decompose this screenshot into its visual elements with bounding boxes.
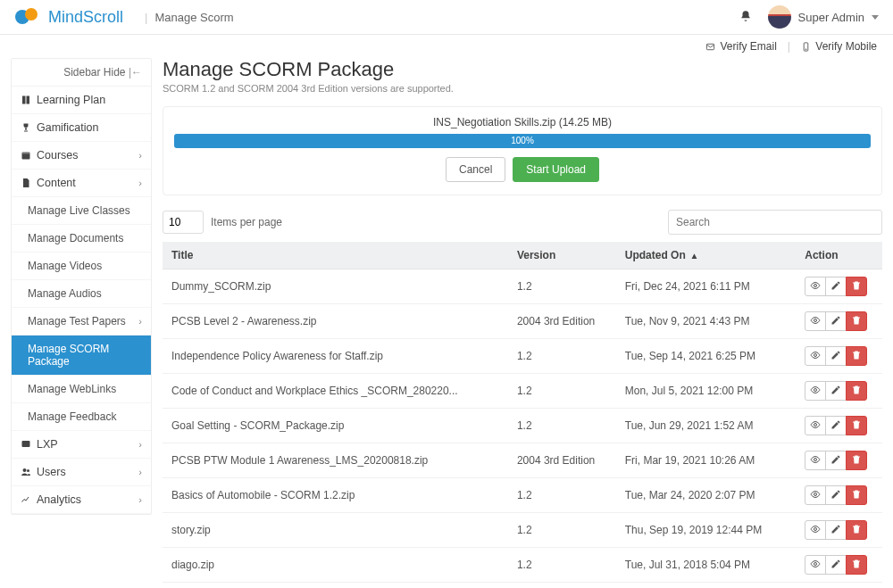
eye-icon	[810, 559, 821, 571]
svg-point-17	[814, 528, 817, 531]
trash-icon	[851, 280, 862, 293]
eye-icon	[810, 489, 821, 501]
view-button[interactable]	[805, 520, 826, 540]
sidebar-item-lxp[interactable]: LXP›	[12, 431, 151, 459]
sidebar: Sidebar Hide |← Learning PlanGamificatio…	[11, 58, 152, 515]
items-per-page-input[interactable]	[163, 211, 204, 234]
svg-point-8	[23, 468, 27, 472]
delete-button[interactable]	[846, 311, 867, 331]
delete-button[interactable]	[846, 555, 867, 575]
trash-icon	[851, 524, 862, 536]
cell-title: PCSB Level 2 - Awareness.zip	[163, 304, 508, 339]
sidebar-subitem-manage-feedback[interactable]: Manage Feedback	[12, 403, 151, 431]
cell-actions	[796, 443, 882, 478]
edit-button[interactable]	[825, 346, 847, 366]
cancel-upload-button[interactable]: Cancel	[446, 157, 505, 182]
edit-button[interactable]	[825, 520, 847, 540]
edit-button[interactable]	[825, 451, 847, 470]
avatar	[768, 5, 791, 29]
table-row: PCSB PTW Module 1 Awareness_LMS_20200818…	[163, 443, 882, 478]
svg-point-1	[25, 8, 38, 21]
edit-button[interactable]	[825, 485, 847, 505]
upload-file-label: INS_Negotiation Skills.zip (14.25 MB)	[174, 116, 871, 128]
calendar-icon	[21, 150, 31, 161]
view-button[interactable]	[805, 311, 826, 331]
eye-icon	[810, 350, 821, 362]
sidebar-item-analytics[interactable]: Analytics›	[12, 486, 151, 514]
file-icon	[21, 178, 31, 188]
upload-panel: INS_Negotiation Skills.zip (14.25 MB) 10…	[163, 106, 882, 195]
view-button[interactable]	[805, 416, 826, 435]
edit-button[interactable]	[825, 311, 847, 331]
pencil-icon	[830, 489, 841, 501]
sidebar-subitem-manage-test-papers[interactable]: Manage Test Papers›	[12, 308, 151, 335]
verify-mobile-link[interactable]: Verify Mobile	[801, 40, 877, 53]
cell-updated: Tue, Mar 24, 2020 2:07 PM	[616, 478, 797, 513]
cell-version: 1.2	[508, 339, 616, 374]
svg-point-9	[27, 469, 29, 472]
cell-title: Independence Policy Awareness for Staff.…	[163, 339, 508, 374]
cell-actions	[796, 409, 882, 443]
view-button[interactable]	[805, 381, 826, 401]
cell-title: PCSB PTW Module 1 Awareness_LMS_20200818…	[163, 443, 508, 478]
sidebar-item-learning-plan[interactable]: Learning Plan	[12, 87, 151, 114]
view-button[interactable]	[805, 346, 826, 366]
edit-button[interactable]	[825, 555, 847, 575]
svg-point-15	[814, 459, 817, 461]
verify-bar: Verify Email | Verify Mobile	[0, 35, 893, 58]
trash-icon	[851, 315, 862, 327]
sidebar-item-users[interactable]: Users›	[12, 459, 151, 486]
view-button[interactable]	[805, 555, 826, 575]
delete-button[interactable]	[846, 346, 867, 366]
sidebar-item-courses[interactable]: Courses›	[12, 142, 151, 170]
svg-point-4	[805, 49, 806, 50]
brand-logo[interactable]: MindScroll	[14, 7, 123, 27]
pencil-icon	[830, 280, 841, 293]
sidebar-hide-toggle[interactable]: Sidebar Hide |←	[12, 59, 151, 87]
view-button[interactable]	[805, 451, 826, 470]
verify-email-link[interactable]: Verify Email	[705, 40, 777, 53]
cell-actions	[796, 304, 882, 339]
sidebar-subitem-manage-audios[interactable]: Manage Audios	[12, 280, 151, 308]
user-menu[interactable]: Super Admin	[768, 5, 879, 29]
trash-icon	[851, 454, 862, 467]
svg-point-18	[814, 563, 817, 566]
sidebar-item-gamification[interactable]: Gamification	[12, 114, 151, 142]
table-row: Basics of Automobile - SCORM 1.2.zip1.2T…	[163, 478, 882, 513]
view-button[interactable]	[805, 277, 826, 296]
table-row: story.zip1.2Thu, Sep 19, 2019 12:44 PM	[163, 513, 882, 548]
view-button[interactable]	[805, 485, 826, 505]
bell-icon[interactable]	[739, 10, 752, 25]
edit-button[interactable]	[825, 277, 847, 296]
pencil-icon	[830, 524, 841, 536]
col-updated[interactable]: Updated On ▲	[616, 242, 797, 269]
col-version[interactable]: Version	[508, 242, 616, 269]
delete-button[interactable]	[846, 485, 867, 505]
main-content: Manage SCORM Package SCORM 1.2 and SCORM…	[163, 58, 882, 588]
table-row: diago.zip1.2Tue, Jul 31, 2018 5:04 PM	[163, 548, 882, 583]
items-per-page-label: Items per page	[211, 216, 282, 228]
svg-point-13	[814, 389, 817, 392]
sidebar-subitem-manage-videos[interactable]: Manage Videos	[12, 253, 151, 280]
edit-button[interactable]	[825, 381, 847, 401]
delete-button[interactable]	[846, 277, 867, 296]
trash-icon	[851, 489, 862, 501]
edit-button[interactable]	[825, 416, 847, 435]
col-title[interactable]: Title	[163, 242, 508, 269]
sidebar-subitem-manage-documents[interactable]: Manage Documents	[12, 225, 151, 253]
sidebar-subitem-manage-weblinks[interactable]: Manage WebLinks	[12, 376, 151, 403]
delete-button[interactable]	[846, 416, 867, 435]
cell-actions	[796, 339, 882, 374]
delete-button[interactable]	[846, 451, 867, 470]
delete-button[interactable]	[846, 381, 867, 401]
chevron-right-icon: ›	[138, 178, 142, 188]
cell-title: Basics of Automobile - SCORM 1.2.zip	[163, 478, 508, 513]
sidebar-item-content[interactable]: Content›	[12, 170, 151, 197]
cell-version: 1.2	[508, 409, 616, 443]
start-upload-button[interactable]: Start Upload	[513, 157, 599, 182]
sidebar-subitem-manage-live-classes[interactable]: Manage Live Classes	[12, 197, 151, 225]
delete-button[interactable]	[846, 520, 867, 540]
sidebar-subitem-manage-scorm-package[interactable]: Manage SCORM Package	[12, 335, 151, 376]
search-input[interactable]	[668, 210, 882, 235]
eye-icon	[810, 385, 821, 397]
